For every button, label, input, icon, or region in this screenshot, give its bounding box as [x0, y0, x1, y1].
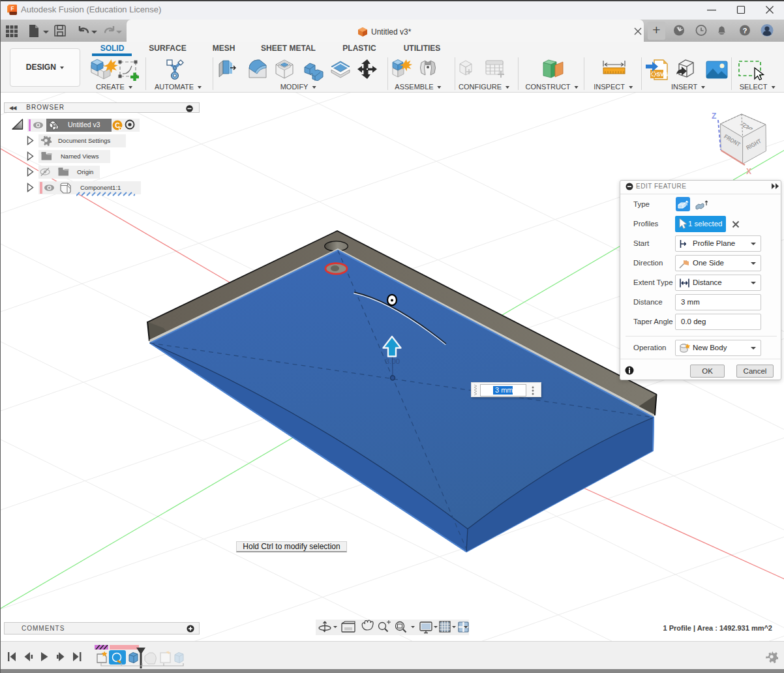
svg-text:SVG: SVG: [657, 71, 669, 78]
svg-text:?: ?: [742, 27, 747, 35]
svg-text:Z: Z: [712, 112, 716, 121]
svg-text:F: F: [10, 5, 14, 12]
svg-text:X: X: [746, 167, 751, 176]
